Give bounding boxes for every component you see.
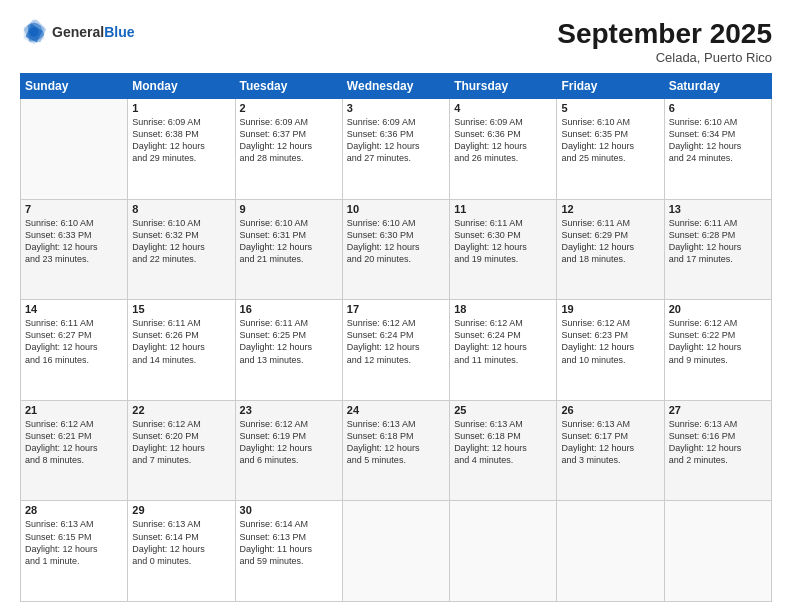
day-number: 9: [240, 203, 338, 215]
day-info: Sunrise: 6:12 AM Sunset: 6:21 PM Dayligh…: [25, 418, 123, 467]
day-number: 22: [132, 404, 230, 416]
table-row: 10Sunrise: 6:10 AM Sunset: 6:30 PM Dayli…: [342, 199, 449, 300]
day-number: 25: [454, 404, 552, 416]
calendar-week-row: 7Sunrise: 6:10 AM Sunset: 6:33 PM Daylig…: [21, 199, 772, 300]
table-row: 3Sunrise: 6:09 AM Sunset: 6:36 PM Daylig…: [342, 99, 449, 200]
day-info: Sunrise: 6:11 AM Sunset: 6:30 PM Dayligh…: [454, 217, 552, 266]
day-number: 19: [561, 303, 659, 315]
page: GeneralBlue September 2025 Celada, Puert…: [0, 0, 792, 612]
day-info: Sunrise: 6:12 AM Sunset: 6:22 PM Dayligh…: [669, 317, 767, 366]
logo-text: GeneralBlue: [52, 24, 134, 40]
day-number: 10: [347, 203, 445, 215]
day-info: Sunrise: 6:09 AM Sunset: 6:37 PM Dayligh…: [240, 116, 338, 165]
day-number: 3: [347, 102, 445, 114]
day-info: Sunrise: 6:09 AM Sunset: 6:36 PM Dayligh…: [454, 116, 552, 165]
day-number: 7: [25, 203, 123, 215]
table-row: 27Sunrise: 6:13 AM Sunset: 6:16 PM Dayli…: [664, 400, 771, 501]
day-number: 26: [561, 404, 659, 416]
table-row: 20Sunrise: 6:12 AM Sunset: 6:22 PM Dayli…: [664, 300, 771, 401]
day-info: Sunrise: 6:12 AM Sunset: 6:19 PM Dayligh…: [240, 418, 338, 467]
day-info: Sunrise: 6:10 AM Sunset: 6:31 PM Dayligh…: [240, 217, 338, 266]
month-title: September 2025: [557, 18, 772, 50]
day-number: 4: [454, 102, 552, 114]
table-row: 8Sunrise: 6:10 AM Sunset: 6:32 PM Daylig…: [128, 199, 235, 300]
table-row: 22Sunrise: 6:12 AM Sunset: 6:20 PM Dayli…: [128, 400, 235, 501]
table-row: 13Sunrise: 6:11 AM Sunset: 6:28 PM Dayli…: [664, 199, 771, 300]
day-info: Sunrise: 6:12 AM Sunset: 6:20 PM Dayligh…: [132, 418, 230, 467]
day-number: 1: [132, 102, 230, 114]
day-info: Sunrise: 6:13 AM Sunset: 6:15 PM Dayligh…: [25, 518, 123, 567]
day-number: 18: [454, 303, 552, 315]
table-row: 5Sunrise: 6:10 AM Sunset: 6:35 PM Daylig…: [557, 99, 664, 200]
table-row: 17Sunrise: 6:12 AM Sunset: 6:24 PM Dayli…: [342, 300, 449, 401]
calendar-week-row: 1Sunrise: 6:09 AM Sunset: 6:38 PM Daylig…: [21, 99, 772, 200]
day-number: 6: [669, 102, 767, 114]
table-row: 30Sunrise: 6:14 AM Sunset: 6:13 PM Dayli…: [235, 501, 342, 602]
table-row: 19Sunrise: 6:12 AM Sunset: 6:23 PM Dayli…: [557, 300, 664, 401]
svg-point-2: [29, 27, 38, 36]
logo-icon: [20, 18, 48, 46]
day-number: 21: [25, 404, 123, 416]
table-row: 26Sunrise: 6:13 AM Sunset: 6:17 PM Dayli…: [557, 400, 664, 501]
table-row: 28Sunrise: 6:13 AM Sunset: 6:15 PM Dayli…: [21, 501, 128, 602]
day-info: Sunrise: 6:14 AM Sunset: 6:13 PM Dayligh…: [240, 518, 338, 567]
day-info: Sunrise: 6:12 AM Sunset: 6:24 PM Dayligh…: [347, 317, 445, 366]
col-thursday: Thursday: [450, 74, 557, 99]
table-row: 18Sunrise: 6:12 AM Sunset: 6:24 PM Dayli…: [450, 300, 557, 401]
table-row: 29Sunrise: 6:13 AM Sunset: 6:14 PM Dayli…: [128, 501, 235, 602]
day-number: 16: [240, 303, 338, 315]
calendar-week-row: 28Sunrise: 6:13 AM Sunset: 6:15 PM Dayli…: [21, 501, 772, 602]
table-row: 9Sunrise: 6:10 AM Sunset: 6:31 PM Daylig…: [235, 199, 342, 300]
table-row: [450, 501, 557, 602]
title-block: September 2025 Celada, Puerto Rico: [557, 18, 772, 65]
day-number: 14: [25, 303, 123, 315]
day-number: 15: [132, 303, 230, 315]
day-number: 2: [240, 102, 338, 114]
table-row: 21Sunrise: 6:12 AM Sunset: 6:21 PM Dayli…: [21, 400, 128, 501]
day-info: Sunrise: 6:13 AM Sunset: 6:18 PM Dayligh…: [347, 418, 445, 467]
day-info: Sunrise: 6:11 AM Sunset: 6:26 PM Dayligh…: [132, 317, 230, 366]
col-monday: Monday: [128, 74, 235, 99]
day-info: Sunrise: 6:09 AM Sunset: 6:38 PM Dayligh…: [132, 116, 230, 165]
col-friday: Friday: [557, 74, 664, 99]
col-tuesday: Tuesday: [235, 74, 342, 99]
header: GeneralBlue September 2025 Celada, Puert…: [20, 18, 772, 65]
day-info: Sunrise: 6:10 AM Sunset: 6:34 PM Dayligh…: [669, 116, 767, 165]
calendar-table: Sunday Monday Tuesday Wednesday Thursday…: [20, 73, 772, 602]
day-number: 28: [25, 504, 123, 516]
day-number: 20: [669, 303, 767, 315]
table-row: 25Sunrise: 6:13 AM Sunset: 6:18 PM Dayli…: [450, 400, 557, 501]
table-row: [342, 501, 449, 602]
calendar-week-row: 14Sunrise: 6:11 AM Sunset: 6:27 PM Dayli…: [21, 300, 772, 401]
calendar-header-row: Sunday Monday Tuesday Wednesday Thursday…: [21, 74, 772, 99]
table-row: 2Sunrise: 6:09 AM Sunset: 6:37 PM Daylig…: [235, 99, 342, 200]
day-info: Sunrise: 6:09 AM Sunset: 6:36 PM Dayligh…: [347, 116, 445, 165]
col-wednesday: Wednesday: [342, 74, 449, 99]
table-row: [21, 99, 128, 200]
day-info: Sunrise: 6:10 AM Sunset: 6:33 PM Dayligh…: [25, 217, 123, 266]
table-row: [557, 501, 664, 602]
table-row: 23Sunrise: 6:12 AM Sunset: 6:19 PM Dayli…: [235, 400, 342, 501]
table-row: 4Sunrise: 6:09 AM Sunset: 6:36 PM Daylig…: [450, 99, 557, 200]
calendar-week-row: 21Sunrise: 6:12 AM Sunset: 6:21 PM Dayli…: [21, 400, 772, 501]
table-row: 7Sunrise: 6:10 AM Sunset: 6:33 PM Daylig…: [21, 199, 128, 300]
table-row: 1Sunrise: 6:09 AM Sunset: 6:38 PM Daylig…: [128, 99, 235, 200]
day-number: 12: [561, 203, 659, 215]
day-info: Sunrise: 6:11 AM Sunset: 6:27 PM Dayligh…: [25, 317, 123, 366]
table-row: [664, 501, 771, 602]
table-row: 14Sunrise: 6:11 AM Sunset: 6:27 PM Dayli…: [21, 300, 128, 401]
col-saturday: Saturday: [664, 74, 771, 99]
day-info: Sunrise: 6:11 AM Sunset: 6:29 PM Dayligh…: [561, 217, 659, 266]
day-info: Sunrise: 6:13 AM Sunset: 6:18 PM Dayligh…: [454, 418, 552, 467]
day-number: 27: [669, 404, 767, 416]
day-info: Sunrise: 6:13 AM Sunset: 6:14 PM Dayligh…: [132, 518, 230, 567]
day-info: Sunrise: 6:12 AM Sunset: 6:24 PM Dayligh…: [454, 317, 552, 366]
day-number: 23: [240, 404, 338, 416]
day-number: 29: [132, 504, 230, 516]
table-row: 12Sunrise: 6:11 AM Sunset: 6:29 PM Dayli…: [557, 199, 664, 300]
table-row: 6Sunrise: 6:10 AM Sunset: 6:34 PM Daylig…: [664, 99, 771, 200]
day-info: Sunrise: 6:13 AM Sunset: 6:17 PM Dayligh…: [561, 418, 659, 467]
day-number: 17: [347, 303, 445, 315]
day-number: 8: [132, 203, 230, 215]
table-row: 15Sunrise: 6:11 AM Sunset: 6:26 PM Dayli…: [128, 300, 235, 401]
